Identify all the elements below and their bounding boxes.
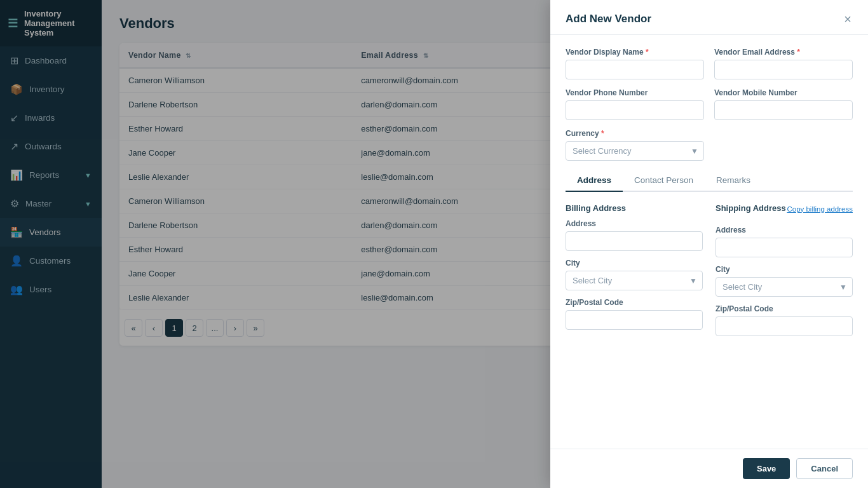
shipping-zip-label: Zip/Postal Code [715, 304, 853, 313]
billing-zip-label: Zip/Postal Code [566, 298, 703, 307]
copy-billing-link[interactable]: Copy billing address [787, 205, 853, 213]
form-group-email: Vendor Email Address * [714, 48, 853, 79]
form-group-currency-spacer [714, 129, 853, 161]
shipping-address-input[interactable] [715, 238, 853, 257]
shipping-city-select-wrapper: Select City ▼ [715, 277, 853, 297]
currency-select[interactable]: Select Currency [566, 141, 704, 161]
form-row-name-email: Vendor Display Name * Vendor Email Addre… [566, 48, 853, 79]
shipping-city-label: City [715, 265, 853, 274]
form-group-mobile: Vendor Mobile Number [714, 88, 853, 120]
form-group-currency: Currency * Select Currency ▼ [566, 129, 704, 161]
billing-zip-input[interactable] [566, 310, 703, 330]
save-button[interactable]: Save [743, 458, 790, 479]
display-name-input[interactable] [566, 60, 704, 79]
billing-address-group: Address [566, 219, 703, 251]
shipping-col-header: Shipping Address Copy billing address [715, 203, 853, 219]
billing-address-title: Billing Address [566, 203, 703, 213]
tab-address[interactable]: Address [566, 170, 623, 192]
shipping-zip-group: Zip/Postal Code [715, 304, 853, 336]
modal-footer: Save Cancel [550, 449, 868, 488]
billing-address-col: Billing Address Address City Select City… [566, 203, 703, 336]
form-group-display-name: Vendor Display Name * [566, 48, 704, 79]
shipping-address-title: Shipping Address [715, 203, 786, 213]
display-name-required: * [646, 48, 649, 57]
currency-select-wrapper: Select Currency ▼ [566, 141, 704, 161]
shipping-zip-input[interactable] [715, 316, 853, 336]
email-input[interactable] [714, 60, 853, 79]
shipping-city-select[interactable]: Select City [715, 277, 853, 297]
shipping-address-label: Address [715, 226, 853, 234]
billing-zip-group: Zip/Postal Code [566, 298, 703, 330]
cancel-button[interactable]: Cancel [796, 458, 853, 479]
modal-title: Add New Vendor [566, 13, 651, 25]
billing-address-input[interactable] [566, 231, 703, 251]
mobile-input[interactable] [714, 100, 853, 120]
modal-close-button[interactable]: × [843, 13, 853, 25]
email-label: Vendor Email Address * [714, 48, 853, 57]
tab-remarks[interactable]: Remarks [705, 170, 762, 192]
modal-header: Add New Vendor × [550, 0, 868, 35]
form-row-currency: Currency * Select Currency ▼ [566, 129, 853, 161]
billing-city-group: City Select City ▼ [566, 259, 703, 290]
shipping-address-col: Shipping Address Copy billing address Ad… [715, 203, 853, 336]
form-row-phone-mobile: Vendor Phone Number Vendor Mobile Number [566, 88, 853, 120]
billing-city-label: City [566, 259, 703, 268]
modal-tabs: Address Contact Person Remarks [566, 170, 853, 192]
phone-input[interactable] [566, 100, 704, 120]
form-group-phone: Vendor Phone Number [566, 88, 704, 120]
currency-label: Currency * [566, 129, 704, 138]
email-required: * [797, 48, 800, 57]
add-vendor-modal: Add New Vendor × Vendor Display Name * V… [550, 0, 868, 488]
display-name-label: Vendor Display Name * [566, 48, 704, 57]
tab-contact-person[interactable]: Contact Person [623, 170, 705, 192]
currency-required: * [601, 129, 604, 138]
billing-city-select[interactable]: Select City [566, 271, 703, 290]
address-columns: Billing Address Address City Select City… [566, 203, 853, 336]
billing-city-select-wrapper: Select City ▼ [566, 271, 703, 290]
shipping-address-group: Address [715, 226, 853, 257]
phone-label: Vendor Phone Number [566, 88, 704, 97]
shipping-city-group: City Select City ▼ [715, 265, 853, 297]
mobile-label: Vendor Mobile Number [714, 88, 853, 97]
billing-address-label: Address [566, 219, 703, 228]
modal-overlay: Add New Vendor × Vendor Display Name * V… [0, 0, 868, 488]
modal-body: Vendor Display Name * Vendor Email Addre… [550, 35, 868, 449]
